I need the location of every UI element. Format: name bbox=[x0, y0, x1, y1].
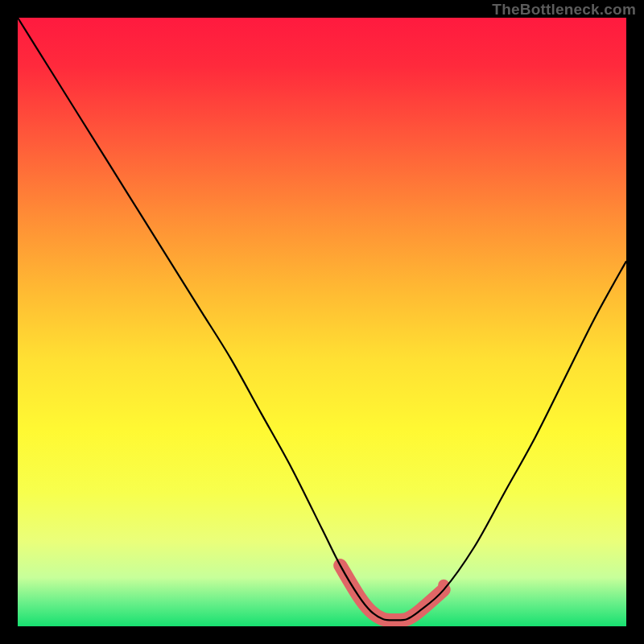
curve-svg bbox=[18, 18, 626, 626]
chart-stage: TheBottleneck.com bbox=[0, 0, 644, 644]
plot-area bbox=[18, 18, 626, 626]
bottleneck-curve bbox=[18, 18, 626, 620]
watermark-text: TheBottleneck.com bbox=[492, 2, 636, 17]
